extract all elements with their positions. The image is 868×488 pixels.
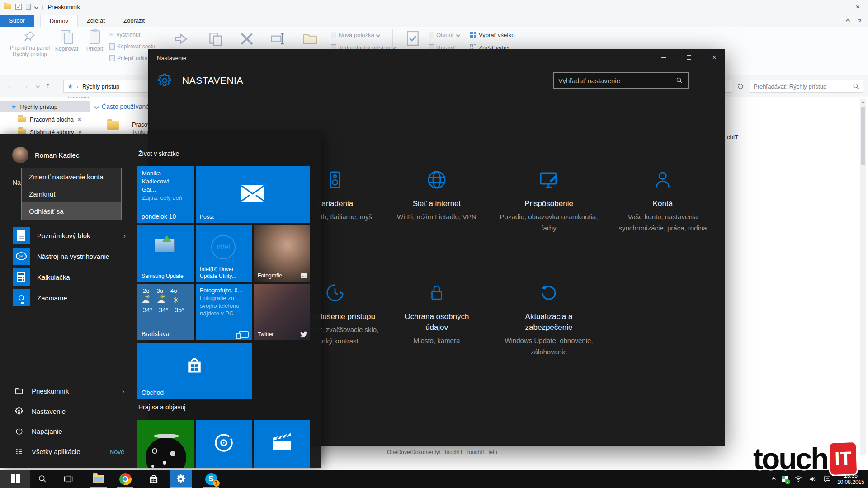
expand-arrow-icon[interactable]: › [123,232,126,239]
start-item-all-apps[interactable]: Všetky aplikácie Nové [14,447,124,456]
tile-photos-promo[interactable]: Fotografujte, č... Fotografie zo svojho … [196,284,252,340]
start-button[interactable] [0,470,30,488]
settings-category-update[interactable]: Aktualizácia a zabezpečenie Windows Upda… [497,281,601,357]
maximize-button[interactable] [826,0,847,14]
select-all-label: Vybrať všetko [479,32,515,38]
search-icon[interactable] [676,77,683,84]
start-app-snipping-tool[interactable]: ✂ Nástroj na vystrihovanie [13,248,126,265]
scrollbar[interactable] [860,99,866,455]
sidebar-item-desktop[interactable]: Pracovná plocha ✚ [0,114,81,125]
minimize-button[interactable] [657,53,670,62]
tile-mail[interactable]: Pošta [196,166,310,223]
collapse-ribbon-icon[interactable] [845,19,850,23]
tile-weather[interactable]: 2o 3o 4o ☀☁ ☀☁ ☀ 34° 34° 35° Bratislava [137,284,194,340]
cut-button[interactable]: ✂ Vystrihnúť [109,30,141,39]
copy-button[interactable]: Kopírovať [52,30,81,52]
account-button[interactable]: Roman Kadlec [12,147,79,163]
customize-toolbar-icon[interactable] [34,5,39,9]
taskbar-store-button[interactable] [143,470,165,488]
forward-icon[interactable]: → [22,82,29,90]
settings-search-input[interactable] [554,77,676,84]
taskbar-chrome-button[interactable] [114,470,136,488]
tile-intel-driver[interactable]: intel Intel(R) Driver Update Utility... [196,225,252,282]
help-icon[interactable]: ? [858,17,862,25]
settings-category-privacy[interactable]: Ochrana osobných údajov Miesto, kamera [385,281,489,346]
back-icon[interactable]: ← [7,82,14,90]
start-item-label: Nastavenie [32,408,124,415]
new-folder-icon[interactable] [301,30,319,47]
expand-arrow-icon[interactable]: › [122,387,124,395]
start-item-explorer[interactable]: Prieskumník › [14,386,124,395]
tile-twitter[interactable]: Twitter [254,284,310,340]
explorer-search[interactable] [750,80,863,93]
window-title: Prieskumník [47,4,80,10]
start-app-notepad[interactable]: Poznámkový blok › [13,227,126,244]
move-to-icon[interactable] [174,30,191,47]
settings-category-accounts[interactable]: Kontá Vaše konto, nastavenia synchronizá… [611,168,715,234]
settings-category-network[interactable]: Sieť a internet Wi-Fi, režim Lietadlo, V… [385,168,489,222]
paste-shortcut-icon [109,55,115,61]
lightbulb-icon [13,289,30,306]
tile-calendar[interactable]: Monika Kadlecová Gal... Zajtra, celý deň… [137,166,194,223]
start-app-calculator[interactable]: Kalkulačka [13,268,126,286]
select-all-button[interactable]: Vybrať všetko [470,30,515,39]
up-icon[interactable]: ↑ [46,82,50,90]
properties-icon[interactable] [404,29,422,47]
menu-item-sign-out[interactable]: Odhlásiť sa [22,202,121,220]
recent-locations-icon[interactable] [36,84,40,89]
close-button[interactable]: × [708,53,721,62]
tab-zdielat[interactable]: Zdieľať [78,15,114,27]
collapse-group-icon[interactable] [94,104,99,109]
properties-quick-icon[interactable]: ✓ [15,4,22,10]
start-item-power[interactable]: Napájanie [14,427,124,436]
sidebar-item-quick-access[interactable]: ★ Rýchly prístup [0,101,90,112]
settings-page-title: NASTAVENIA [182,75,243,86]
new-folder-quick-icon[interactable] [26,4,31,10]
new-item-button[interactable]: Nová položka [331,30,380,39]
paste-button[interactable]: Prilepiť [82,30,108,52]
explorer-search-input[interactable] [750,83,853,90]
app-label: Začíname [37,294,126,302]
copy-to-icon[interactable] [207,30,224,47]
start-app-get-started[interactable]: Začíname [13,289,126,306]
open-button[interactable]: Otvoriť [429,30,460,39]
tile-store[interactable]: Obchod [137,343,252,399]
taskbar-explorer-button[interactable] [88,470,109,488]
scroll-up-icon[interactable] [861,101,865,103]
tile-samsung-update[interactable]: Samsung Update [137,225,194,282]
scrollbar-thumb[interactable] [861,107,865,165]
maximize-button[interactable] [682,53,696,62]
menu-item-change-account-settings[interactable]: Zmeniť nastavenie konta [22,168,121,185]
category-desc: Miesto, kamera [385,335,489,346]
avatar [12,147,28,163]
menu-item-lock[interactable]: Zamknúť [22,185,121,202]
open-label: Otvoriť [436,32,454,38]
settings-search[interactable] [553,72,689,89]
settings-category-personalization[interactable]: Prispôsobenie Pozadie, obrazovka uzamknu… [497,168,601,234]
task-view-button[interactable] [57,470,79,488]
tile-photos[interactable]: Fotografie [254,225,310,282]
paste-shortcut-button[interactable]: Prilepiť odkaz [109,54,150,63]
breadcrumb[interactable]: Rýchly prístup [82,83,119,90]
tab-subor[interactable]: Súbor [0,15,34,27]
search-icon[interactable] [853,83,859,90]
tab-domov[interactable]: Domov [40,15,78,27]
tab-zobrazit[interactable]: Zobraziť [114,15,154,27]
tile-film-tv[interactable] [254,420,310,468]
sync-status-icon[interactable] [782,476,788,482]
refresh-icon[interactable] [737,83,744,90]
minimize-button[interactable] [806,0,826,14]
taskbar-search-button[interactable] [32,470,53,488]
rename-icon[interactable] [269,30,287,47]
pin-to-quick-access-button[interactable]: Pripnúť na panel Rýchly prístup [6,29,53,57]
tray-expand-icon[interactable] [771,477,776,481]
tile-groove-music[interactable] [196,420,252,468]
start-menu: Roman Kadlec Najpoužívanejšie Zmeniť nas… [0,134,321,468]
delete-icon[interactable] [238,30,256,48]
taskbar-settings-button[interactable] [170,470,192,488]
tile-xbox[interactable] [137,420,194,468]
taskbar-skype-button[interactable]: S 7 [200,470,222,488]
intel-logo-ghost: intel [211,235,236,259]
close-button[interactable]: × [847,0,868,14]
start-item-settings[interactable]: Nastavenie [14,407,124,416]
